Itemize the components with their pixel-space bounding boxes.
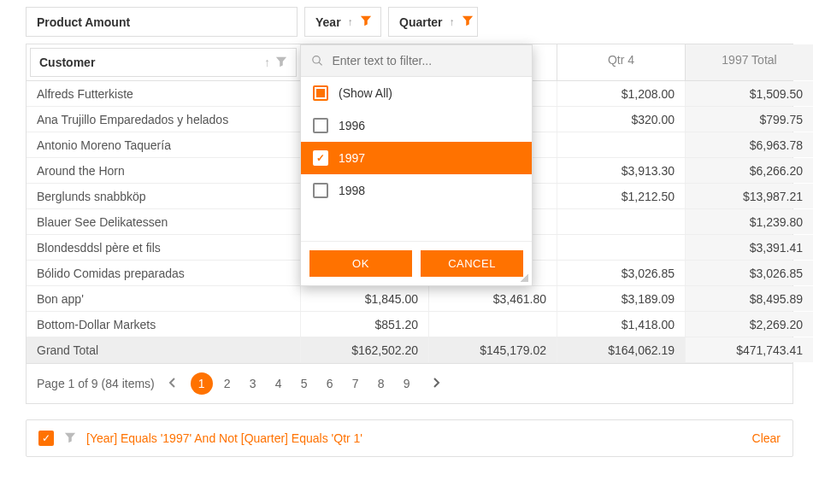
page-button-8[interactable]: 8: [370, 372, 392, 395]
filter-option-show-all[interactable]: (Show All): [301, 77, 532, 109]
filter-icon[interactable]: [64, 431, 76, 446]
customer-cell: Blondesddsl père et fils: [27, 235, 300, 260]
grand-c2: $162,502.20: [300, 337, 428, 362]
customer-cell: Ana Trujillo Emparedados y helados: [27, 107, 300, 132]
ok-button[interactable]: OK: [309, 250, 412, 277]
sort-asc-icon[interactable]: ↑: [348, 16, 353, 28]
value-cell: [557, 235, 685, 260]
value-cell: $1,418.00: [557, 312, 685, 337]
filter-search: [301, 45, 532, 77]
pager-prev[interactable]: [163, 377, 182, 390]
total-cell: $3,391.41: [685, 235, 813, 260]
filter-bar: ✓ [Year] Equals '1997' And Not [Quarter]…: [26, 419, 793, 457]
customer-cell: Bólido Comidas preparadas: [27, 261, 300, 285]
customer-cell: Bottom-Dollar Markets: [27, 312, 300, 337]
page-button-7[interactable]: 7: [345, 372, 367, 395]
page-button-9[interactable]: 9: [396, 372, 418, 395]
total-cell: $1,239.80: [685, 209, 813, 234]
filter-option-label: 1998: [339, 184, 365, 197]
filter-enabled-checkbox[interactable]: ✓: [38, 431, 54, 446]
checkbox-indeterminate-icon: [313, 85, 328, 101]
year-filter-popup: (Show All) 1996 1997 1998 OK CANCEL: [300, 44, 533, 286]
field-measure[interactable]: Product Amount: [26, 7, 298, 37]
total-cell: $2,269.20: [685, 312, 813, 337]
total-cell: $3,026.85: [685, 261, 813, 285]
filter-clear-button[interactable]: Clear: [752, 431, 781, 445]
filter-option-1996[interactable]: 1996: [301, 109, 532, 142]
pager: Page 1 of 9 (84 items) 123456789: [26, 364, 793, 404]
value-cell: $3,026.85: [557, 261, 685, 285]
total-cell: $6,266.20: [685, 158, 813, 183]
filter-search-input[interactable]: [332, 54, 521, 67]
column-header-total[interactable]: 1997 Total: [685, 44, 813, 80]
value-cell: $851.20: [300, 312, 428, 337]
table-row: Bottom-Dollar Markets$851.20$1,418.00$2,…: [27, 312, 792, 337]
page-button-5[interactable]: 5: [293, 372, 315, 395]
customer-cell: Bon app': [27, 286, 300, 311]
filter-option-1997[interactable]: 1997: [301, 142, 532, 174]
field-quarter-label: Quarter: [399, 15, 443, 29]
value-cell: $1,208.00: [557, 81, 685, 106]
grand-c3: $145,179.02: [428, 337, 557, 362]
field-quarter[interactable]: Quarter ↑: [388, 7, 478, 37]
filter-option-label: 1997: [339, 151, 365, 165]
pager-next[interactable]: [427, 377, 445, 390]
total-cell: $799.75: [685, 107, 813, 132]
grand-total: $471,743.41: [685, 337, 813, 362]
filter-icon[interactable]: [462, 15, 474, 29]
value-cell: [557, 209, 685, 234]
page-button-4[interactable]: 4: [268, 372, 290, 395]
cancel-button[interactable]: CANCEL: [421, 250, 523, 277]
table-row: Bon app'$1,845.00$3,461.80$3,189.09$8,49…: [27, 286, 792, 312]
field-year-label: Year: [315, 15, 341, 29]
grand-total-row: Grand Total $162,502.20 $145,179.02 $164…: [27, 337, 792, 363]
sort-asc-icon[interactable]: ↑: [450, 16, 455, 28]
field-year[interactable]: Year ↑: [304, 7, 381, 37]
pivot-grid: Customer ↑ Qtr 4 1997 Total Alfreds Futt…: [26, 44, 793, 364]
total-cell: $8,495.89: [685, 286, 813, 311]
total-cell: $1,509.50: [685, 81, 813, 106]
sort-asc-icon[interactable]: ↑: [264, 56, 270, 69]
filter-option-1998[interactable]: 1998: [301, 174, 532, 207]
value-cell: $1,845.00: [300, 286, 428, 311]
search-icon: [311, 54, 323, 67]
filter-expression[interactable]: [Year] Equals '1997' And Not [Quarter] E…: [86, 431, 362, 445]
value-cell: $3,461.80: [428, 286, 557, 311]
filter-option-label: 1996: [339, 119, 365, 132]
checkbox-unchecked-icon: [313, 118, 328, 133]
column-header-qtr4[interactable]: Qtr 4: [557, 44, 685, 80]
checkbox-checked-icon: [313, 150, 328, 166]
pager-summary: Page 1 of 9 (84 items): [37, 377, 155, 390]
value-cell: $1,212.50: [557, 184, 685, 208]
field-customer[interactable]: Customer ↑: [30, 48, 297, 77]
page-button-1[interactable]: 1: [191, 372, 213, 395]
checkbox-unchecked-icon: [313, 183, 328, 198]
value-cell: $320.00: [557, 107, 685, 132]
total-cell: $6,963.78: [685, 132, 813, 157]
total-cell: $13,987.21: [685, 184, 813, 208]
customer-cell: Around the Horn: [27, 158, 300, 183]
value-cell: [557, 132, 685, 157]
value-cell: $3,913.30: [557, 158, 685, 183]
svg-line-1: [319, 62, 322, 66]
page-button-3[interactable]: 3: [242, 372, 264, 395]
grand-total-label: Grand Total: [27, 337, 300, 362]
value-cell: [428, 312, 557, 337]
field-measure-label: Product Amount: [37, 15, 130, 29]
customer-cell: Antonio Moreno Taquería: [27, 132, 300, 157]
filter-icon[interactable]: [360, 15, 372, 29]
field-customer-label: Customer: [39, 56, 95, 69]
filter-icon[interactable]: [275, 56, 287, 67]
value-cell: $3,189.09: [557, 286, 685, 311]
grand-qtr4: $164,062.19: [557, 337, 685, 362]
svg-point-0: [313, 56, 320, 63]
customer-cell: Alfreds Futterkiste: [27, 81, 300, 106]
page-button-6[interactable]: 6: [319, 372, 341, 395]
customer-cell: Berglunds snabbköp: [27, 184, 300, 208]
customer-cell: Blauer See Delikatessen: [27, 209, 300, 234]
page-button-2[interactable]: 2: [216, 372, 239, 395]
filter-option-label: (Show All): [339, 86, 392, 100]
